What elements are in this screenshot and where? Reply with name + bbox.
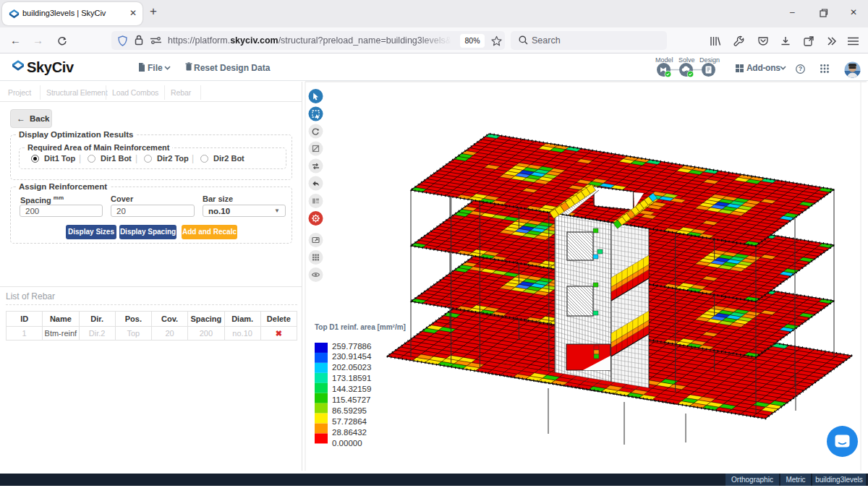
svg-text:0.00000: 0.00000 [332,439,362,448]
svg-text:Top D1 reinf. area [mm²/m]: Top D1 reinf. area [mm²/m] [315,323,406,331]
svg-text:57.72864: 57.72864 [332,417,367,426]
svg-text:230.91454: 230.91454 [332,352,372,361]
svg-text:144.32159: 144.32159 [332,385,371,393]
svg-text:202.05023: 202.05023 [332,363,371,372]
svg-text:259.77886: 259.77886 [332,342,371,351]
svg-text:173.18591: 173.18591 [332,374,371,382]
svg-text:28.86432: 28.86432 [332,428,367,437]
svg-text:115.45727: 115.45727 [332,395,371,404]
svg-text:86.59295: 86.59295 [332,406,367,415]
